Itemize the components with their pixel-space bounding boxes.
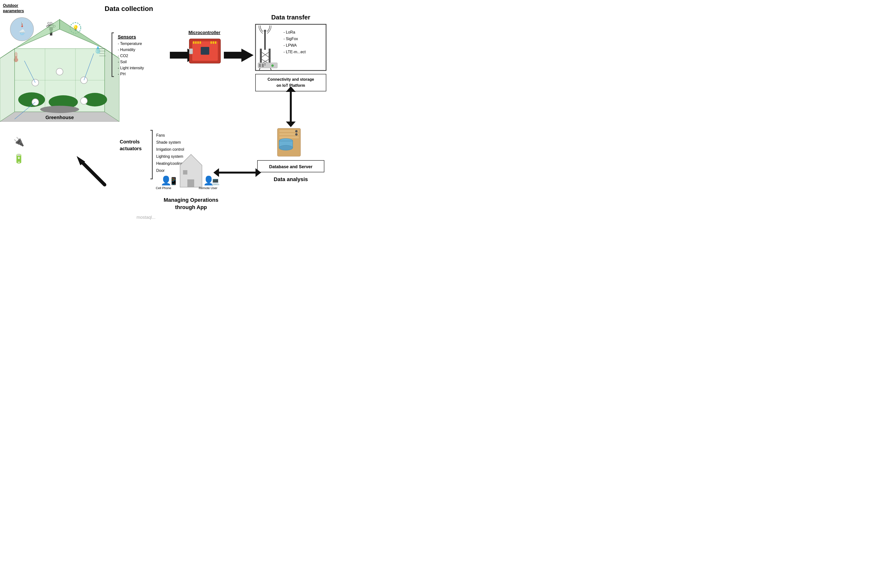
house-window (183, 170, 187, 174)
sensor-temp: - Temperature (118, 42, 142, 46)
router-port1 (259, 64, 261, 67)
remote-user-label: Remote User (199, 186, 218, 190)
controls-bracket (151, 130, 152, 179)
router-led (271, 64, 274, 67)
tower-top-circle (264, 30, 266, 32)
sensors-title: Sensors (118, 34, 136, 39)
controls-title-2: actuators (120, 146, 141, 151)
sensor-light: - Light intensity (118, 66, 144, 70)
mc-chip (201, 47, 209, 55)
cellphone-label: Cell Phone (156, 186, 171, 190)
pin-5 (211, 41, 212, 44)
diagonal-arrow-line (80, 160, 105, 185)
sensor-dot-5 (81, 98, 87, 104)
actuator-lighting: Lighting system (156, 154, 183, 159)
server-dot2 (295, 133, 298, 136)
outdoor-params-label2: parameters (3, 9, 24, 13)
actuator-door: Door (156, 168, 165, 172)
horiz-arrow-left-head (214, 168, 219, 177)
watermark: mostaql... (137, 215, 155, 220)
pin-7 (215, 41, 216, 44)
pin-4 (200, 41, 201, 44)
main-title: Data collection (105, 5, 153, 12)
greenhouse-left-wall (0, 49, 15, 122)
pin-2 (195, 41, 197, 44)
connectivity-line1: Connectivity and storage (268, 77, 314, 81)
pin-3 (197, 41, 199, 44)
data-transfer-title: Data transfer (271, 14, 310, 21)
computer-icon: 💻 (211, 177, 220, 185)
greenhouse-label: Greenhouse (45, 115, 74, 120)
microcontroller-title: Microcontroller (188, 30, 220, 35)
actuator-shade: Shade system (156, 140, 181, 144)
mc-usb (189, 49, 193, 54)
plug-icon: 🔌 (14, 136, 24, 147)
sensor-co2: - CO2 (118, 54, 128, 58)
sensor-ph: - PH (118, 72, 126, 76)
managing-title-2: through App (175, 204, 207, 210)
server-dot1 (295, 130, 298, 132)
cloud-icon: 🌧️ (19, 29, 26, 36)
managing-title-1: Managing Operations (164, 197, 218, 203)
protocol-sigfox: - SigFox (283, 37, 298, 41)
protocol-lora: - LoRa (283, 30, 295, 34)
vert-arrow-down-head (286, 122, 296, 127)
server-hl3 (279, 136, 299, 138)
sensor-humidity: - Humidity (118, 48, 135, 52)
weather-icon: 🌡️ (19, 21, 26, 28)
plant-1 (18, 92, 45, 107)
controls-title-1: Controls (120, 139, 140, 144)
pin-1 (193, 41, 194, 44)
actuator-fans: Fans (156, 133, 165, 137)
main-container: Data collection Outdoor parameters 🌡️ 🌧️… (0, 0, 341, 226)
outdoor-params-label: Outdoor (3, 3, 18, 8)
sensor-dot-2 (56, 68, 63, 75)
protocol-lpwa: - LPWA (283, 43, 297, 47)
greenhouse-path (40, 106, 79, 113)
protocol-lte: - LTE-m...ect (283, 50, 306, 54)
sensor-soil: - Soil (118, 60, 126, 64)
phone-icon: 📱 (169, 177, 178, 186)
tower-mast (264, 32, 266, 50)
arrow-mc-dt-body (224, 52, 241, 58)
arrow-s-mc-body (170, 52, 187, 58)
house-door (187, 179, 194, 187)
router-port2 (262, 64, 264, 67)
probe-icon: 🔋 (14, 153, 24, 164)
arrow-mc-dt-head (241, 49, 254, 62)
db-bottom (279, 146, 293, 150)
actuator-irrigation: Irrigation control (156, 147, 184, 152)
data-analysis-title: Data analysis (274, 176, 308, 182)
pin-6 (213, 41, 214, 44)
diagonal-arrow-tail (103, 183, 106, 186)
db-label: Database and Server (269, 164, 312, 169)
